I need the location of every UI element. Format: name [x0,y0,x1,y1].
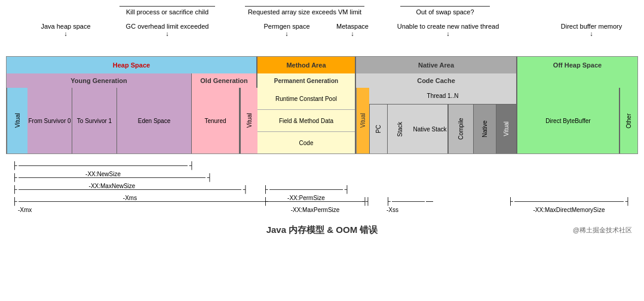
method-area-header: Method Area [257,57,356,73]
oom-unable-native: Unable to create new native thread [388,23,508,37]
perm-gen-header: Permanent Generation [257,73,356,88]
from-surv-cell: From Survivor 0 [27,88,72,153]
virtual3-cell: Vitual [356,88,369,153]
oom-gc-overhead: GC overhead limit exceeded [119,23,215,37]
footer-credit: @稀土掘金技术社区 [378,226,632,235]
oom-direct-buffer: Direct buffer memory [556,23,627,37]
eden-cell: Eden Space [117,88,192,153]
field-method-cell: Field & Method Data [257,110,355,132]
oom-requested-array: Requested array size exceeds VM limit [245,6,364,16]
virtual1-cell: Vitual [7,88,27,153]
rt-const-cell: Runtime Constant Pool [257,88,355,110]
oom-out-of-swap: Out of swap space? [400,6,490,16]
annotations-section: ├ ┤ -XX:NewSize ├ ┤ -XX:MaxNewSize ├ ┤ - [6,156,638,222]
main-container: Kill process or sacrifice child Requeste… [6,6,638,236]
stack-cell: Stack [387,105,412,153]
code-cell: Code [257,132,355,153]
xss-ann: ├ — -Xss [385,197,433,213]
old-gen-header: Old Generation [192,73,257,88]
oom-permgen: Permgen space [263,23,311,37]
footer-title: Java 内存模型 & OOM 错误 [266,225,378,236]
native-area-cells: Thread 1..N PC Stack Native Stack Compil… [369,88,517,153]
off-heap-r2 [517,73,637,88]
thread-row: Thread 1..N [369,88,516,105]
virtual2-cell: Vitual [240,88,257,153]
other-cell: Other [620,88,637,153]
tenured-cell: Tenured [192,88,240,153]
native-stack-cell: Native Stack [412,105,448,153]
oom-section: Kill process or sacrifice child Requeste… [6,6,638,54]
subheader-row: Young Generation Old Generation Permanen… [7,73,637,88]
oom-metaspace: Metaspace [329,23,376,37]
memory-diagram: Heap Space Method Area Native Area Off H… [6,56,638,154]
young-gen-header: Young Generation [7,73,192,88]
off-heap-header: Off Heap Space [517,57,637,73]
to-surv-cell: To Survivor 1 [72,88,117,153]
compile-cell: Compile [448,105,473,153]
pc-cell: PC [369,105,387,153]
native-bottom: PC Stack Native Stack Compile Native [369,105,516,153]
native-cell: Native [473,105,496,153]
native-area-header: Native Area [356,57,517,73]
virtual4-cell: Vitual [496,105,516,153]
footer: Java 内存模型 & OOM 错误 @稀土掘金技术社区 [6,225,638,236]
code-cache-header: Code Cache [356,73,517,88]
heap-space-header: Heap Space [7,57,257,73]
header-row: Heap Space Method Area Native Area Off H… [7,57,637,73]
perm-gen-cells: Runtime Constant Pool Field & Method Dat… [257,88,356,153]
content-row: Vitual From Survivor 0 To Survivor 1 Ede… [7,88,637,153]
oom-kill-process: Kill process or sacrifice child [119,6,215,16]
oom-java-heap: Java heap space [30,23,102,37]
direct-bb-cell: Direct ByteBuffer [517,88,620,153]
xx-maxpermsize-ann: ├ ┤ -XX:MaxPermSize [263,197,367,213]
xx-maxdirect-ann: ├ ┤ -XX:MaxDirectMemorySize [508,197,630,213]
